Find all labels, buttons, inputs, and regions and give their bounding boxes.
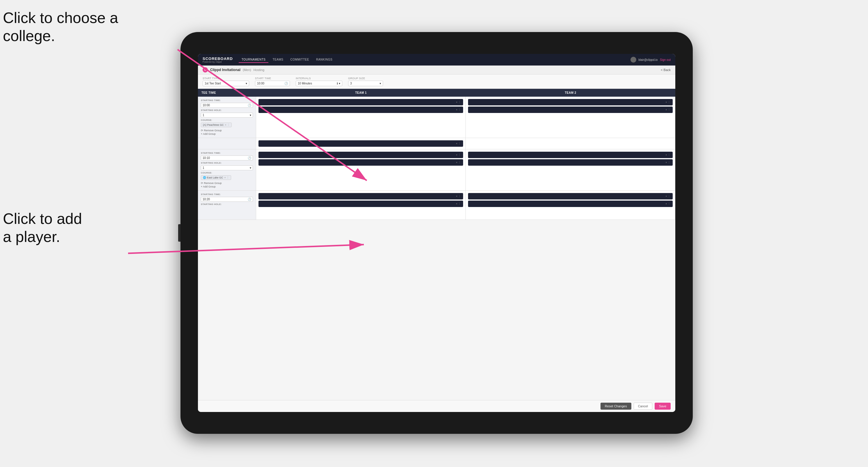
sign-out-link[interactable]: Sign out <box>660 58 671 61</box>
team1-cell-3: × ⋮ × ⋮ <box>256 191 466 220</box>
player-slot[interactable]: × ⋮ <box>258 193 463 199</box>
annotation-add-player: Click to add a player. <box>3 210 114 246</box>
user-avatar <box>630 57 636 63</box>
user-email: blair@clippd.io <box>639 58 658 61</box>
table-row: STARTING TIME: 10:00 🕐 STARTING HOLE: 1 … <box>198 97 675 138</box>
start-time-group: Start Time 10:00 🕐 <box>255 77 290 86</box>
team2-cell-1: × ⋮ × ⋮ <box>466 97 675 138</box>
nav-tabs: TOURNAMENTS TEAMS COMMITTEE RANKINGS <box>239 57 630 63</box>
course-remove-2[interactable]: × ⋮ <box>224 176 229 179</box>
starting-time-label-1: STARTING TIME: <box>201 99 253 102</box>
table-row: STARTING TIME: 10:10 🕐 STARTING HOLE: 1 … <box>198 149 675 191</box>
intervals-select[interactable]: 10 Minutes ℹ ▾ <box>296 81 342 86</box>
sub-row-controls <box>198 138 256 149</box>
group-size-select[interactable]: 3 ▾ <box>348 81 383 86</box>
brand-title: SCOREBOARD <box>203 57 233 61</box>
table-header: Tee Time Team 1 Team 2 <box>198 89 675 97</box>
row-controls-2: STARTING TIME: 10:10 🕐 STARTING HOLE: 1 … <box>198 149 256 190</box>
course-badge-1[interactable]: (A) Peachtree GC × ⋮ <box>201 123 232 127</box>
tablet-screen: SCOREBOARD Powered by clippd TOURNAMENTS… <box>198 54 675 412</box>
course-label-1: COURSE: <box>201 119 253 121</box>
reset-button[interactable]: Reset Changes <box>600 403 631 410</box>
app-header: SCOREBOARD Powered by clippd TOURNAMENTS… <box>198 54 675 65</box>
starting-time-input-1[interactable]: 10:00 🕐 <box>201 103 253 108</box>
player-slot[interactable]: × ⋮ <box>258 159 463 166</box>
team1-sub-cell: × ⋮ <box>256 138 466 149</box>
group-actions-2: ⟳ Remove Group + Add Group <box>201 182 253 188</box>
starting-hole-input-1[interactable]: 1 ▾ <box>201 113 253 118</box>
clippd-logo: C <box>203 67 208 72</box>
tablet-side-button <box>178 224 181 242</box>
group-size-group: Group Size 3 ▾ <box>348 77 383 86</box>
group-size-label: Group Size <box>348 77 383 80</box>
team2-cell-2: × ⋮ × ⋮ <box>466 149 675 190</box>
starting-hole-label-2: STARTING HOLE: <box>201 162 253 164</box>
app-footer: Reset Changes Cancel Save <box>198 400 675 412</box>
table-sub-row: × ⋮ <box>198 138 675 149</box>
nav-tab-committee[interactable]: COMMITTEE <box>287 57 312 63</box>
starting-hole-label-3: STARTING HOLE: <box>201 203 253 206</box>
start-type-select[interactable]: 1st Tee Start ▾ <box>203 81 249 86</box>
intervals-group: Intervals 10 Minutes ℹ ▾ <box>296 77 342 86</box>
tournament-title: Clippd Invitational <box>210 68 241 72</box>
course-badge-2[interactable]: 🌐 East Lake GC × ⋮ <box>201 175 231 180</box>
player-slot[interactable]: × ⋮ <box>468 152 673 158</box>
app-container: SCOREBOARD Powered by clippd TOURNAMENTS… <box>198 54 675 412</box>
header-right: blair@clippd.io Sign out <box>630 57 671 63</box>
starting-hole-label-1: STARTING HOLE: <box>201 109 253 112</box>
team2-cell-3: × ⋮ × ⋮ <box>466 191 675 220</box>
hosting-label: Hosting <box>253 68 264 72</box>
starting-time-label-2: STARTING TIME: <box>201 152 253 154</box>
player-slot[interactable]: × ⋮ <box>468 200 673 207</box>
nav-tab-tournaments[interactable]: TOURNAMENTS <box>239 57 269 63</box>
remove-group-2[interactable]: ⟳ Remove Group <box>201 182 253 185</box>
player-slot[interactable]: × ⋮ <box>258 152 463 158</box>
gender-label: (Men) <box>243 68 251 72</box>
team1-cell-2: × ⋮ × ⋮ <box>256 149 466 190</box>
cancel-button[interactable]: Cancel <box>634 403 652 410</box>
player-slot[interactable]: × ⋮ <box>468 193 673 199</box>
start-time-select[interactable]: 10:00 🕐 <box>255 81 290 86</box>
player-slot[interactable]: × ⋮ <box>258 99 463 105</box>
player-slot[interactable]: × ⋮ <box>468 99 673 105</box>
brand: SCOREBOARD Powered by clippd <box>203 57 233 63</box>
add-group-1[interactable]: + Add Group <box>201 132 253 135</box>
intervals-label: Intervals <box>296 77 342 80</box>
starting-time-label-3: STARTING TIME: <box>201 193 253 196</box>
starting-time-input-3[interactable]: 10:20 🕐 <box>201 197 253 202</box>
brand-sub: Powered by clippd <box>203 61 233 63</box>
course-label-2: COURSE: <box>201 172 253 174</box>
annotation-choose-college: Click to choose a college. <box>3 9 119 45</box>
th-tee-time: Tee Time <box>198 89 256 97</box>
add-group-2[interactable]: + Add Group <box>201 185 253 188</box>
player-slot[interactable]: × ⋮ <box>258 140 463 147</box>
th-team2: Team 2 <box>466 89 675 97</box>
nav-tab-teams[interactable]: TEAMS <box>270 57 286 63</box>
player-slot[interactable]: × ⋮ <box>468 159 673 166</box>
nav-tab-rankings[interactable]: RANKINGS <box>313 57 335 63</box>
start-type-label: Start Type <box>203 77 249 80</box>
table-row: STARTING TIME: 10:20 🕐 STARTING HOLE: × … <box>198 191 675 220</box>
th-team1: Team 1 <box>256 89 466 97</box>
row-controls-3: STARTING TIME: 10:20 🕐 STARTING HOLE: <box>198 191 256 220</box>
player-slot[interactable]: × ⋮ <box>258 106 463 113</box>
start-type-group: Start Type 1st Tee Start ▾ <box>203 77 249 86</box>
starting-hole-input-2[interactable]: 1 ▾ <box>201 165 253 170</box>
breadcrumb-bar: C Clippd Invitational (Men) Hosting < Ba… <box>198 65 675 74</box>
main-content: STARTING TIME: 10:00 🕐 STARTING HOLE: 1 … <box>198 97 675 400</box>
group-actions-1: ⟳ Remove Group + Add Group <box>201 129 253 135</box>
back-button[interactable]: < Back <box>661 68 671 72</box>
settings-bar: Start Type 1st Tee Start ▾ Start Time 10… <box>198 74 675 89</box>
tablet-shell: SCOREBOARD Powered by clippd TOURNAMENTS… <box>181 32 693 434</box>
save-button[interactable]: Save <box>655 403 671 410</box>
remove-group-1[interactable]: ⟳ Remove Group <box>201 129 253 132</box>
starting-time-input-2[interactable]: 10:10 🕐 <box>201 155 253 160</box>
player-slot[interactable]: × ⋮ <box>468 106 673 113</box>
team2-sub-cell <box>466 138 675 149</box>
course-remove-1[interactable]: × ⋮ <box>225 123 230 126</box>
start-time-label: Start Time <box>255 77 290 80</box>
row-controls-1: STARTING TIME: 10:00 🕐 STARTING HOLE: 1 … <box>198 97 256 138</box>
team1-cell-1: × ⋮ × ⋮ <box>256 97 466 138</box>
player-slot[interactable]: × ⋮ <box>258 200 463 207</box>
